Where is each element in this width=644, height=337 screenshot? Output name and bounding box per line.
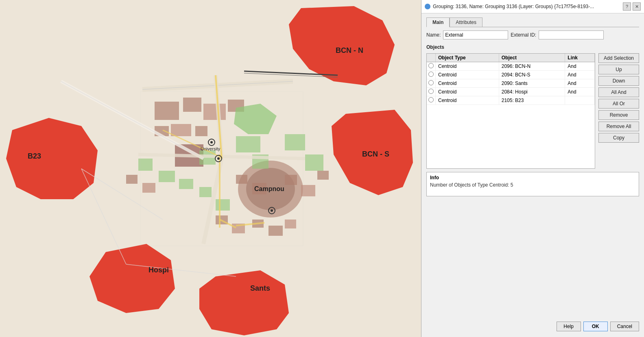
external-id-input[interactable] — [539, 30, 604, 39]
row-radio-cell — [427, 88, 436, 96]
all-and-button[interactable]: All And — [598, 87, 639, 97]
svg-rect-37 — [269, 226, 283, 236]
dialog-titlebar: Grouping: 3136, Name: Grouping 3136 (Lay… — [421, 0, 644, 13]
svg-rect-23 — [216, 199, 230, 211]
col-select — [427, 54, 436, 62]
ok-button[interactable]: OK — [583, 322, 608, 331]
table-row: Centroid2105: B23 — [427, 96, 595, 105]
all-or-button[interactable]: All Or — [598, 99, 639, 109]
row-link: And — [565, 88, 595, 96]
svg-rect-20 — [159, 171, 175, 182]
svg-rect-38 — [285, 220, 296, 228]
col-object: Object — [499, 54, 565, 62]
row-radio-cell — [427, 96, 436, 105]
row-radio[interactable] — [428, 97, 434, 102]
map-label-bcn-n: BCN - N — [336, 46, 363, 54]
row-object: 2090: Sants — [499, 79, 565, 88]
svg-rect-25 — [285, 134, 305, 150]
row-object: 2105: B23 — [499, 96, 565, 105]
svg-point-59 — [271, 209, 273, 212]
remove-all-button[interactable]: Remove All — [598, 122, 639, 131]
row-link — [565, 96, 595, 105]
svg-rect-7 — [183, 98, 201, 112]
svg-rect-22 — [199, 187, 212, 197]
spacer — [426, 200, 639, 315]
row-radio[interactable] — [428, 80, 434, 85]
row-radio-cell — [427, 62, 436, 71]
svg-marker-5 — [199, 270, 289, 335]
col-link: Link — [565, 54, 595, 62]
side-buttons: Add Selection Up Down All And All Or Rem… — [598, 53, 639, 169]
row-object: 2084: Hospi — [499, 88, 565, 96]
name-form-row: Name: External ID: — [426, 30, 639, 39]
row-object: 2096: BCN-N — [499, 62, 565, 71]
row-radio[interactable] — [428, 63, 434, 68]
dialog-controls: ? ✕ — [623, 2, 641, 11]
up-button[interactable]: Up — [598, 65, 639, 74]
svg-rect-8 — [203, 104, 226, 120]
table-row: Centroid2096: BCN-NAnd — [427, 62, 595, 71]
row-object-type: Centroid — [436, 88, 499, 96]
objects-table-container: Object Type Object Link Centroid2096: BC… — [426, 53, 595, 169]
map-area: BCN - N BCN - S B23 University Campnou H… — [0, 0, 421, 337]
row-link: And — [565, 71, 595, 79]
name-input[interactable] — [443, 30, 508, 39]
info-label: Info — [430, 175, 635, 180]
name-label: Name: — [426, 32, 441, 38]
table-row: Centroid2090: SantsAnd — [427, 79, 595, 88]
svg-rect-26 — [305, 154, 323, 171]
map-label-hospi: Hospi — [148, 266, 169, 274]
row-object-type: Centroid — [436, 79, 499, 88]
tab-attributes[interactable]: Attributes — [450, 17, 482, 27]
minimize-button[interactable]: ? — [623, 2, 631, 11]
row-object: 2094: BCN-S — [499, 71, 565, 79]
svg-point-57 — [210, 141, 213, 143]
objects-table: Object Type Object Link Centroid2096: BC… — [427, 54, 595, 105]
info-icon — [425, 4, 430, 9]
svg-rect-33 — [317, 171, 329, 180]
svg-marker-3 — [6, 118, 98, 199]
add-selection-button[interactable]: Add Selection — [598, 53, 639, 63]
svg-rect-21 — [179, 179, 193, 189]
row-radio-cell — [427, 79, 436, 88]
tabs-row: Main Attributes — [426, 17, 639, 27]
map-label-campnou: Campnou — [254, 185, 284, 192]
svg-rect-29 — [236, 175, 247, 184]
cancel-button[interactable]: Cancel — [610, 322, 639, 331]
help-button[interactable]: Help — [557, 322, 581, 331]
row-radio[interactable] — [428, 72, 434, 77]
svg-rect-27 — [126, 175, 138, 184]
tab-main[interactable]: Main — [426, 17, 450, 27]
row-radio[interactable] — [428, 89, 434, 94]
svg-rect-17 — [236, 136, 260, 152]
dialog-body: Main Attributes Name: External ID: Objec… — [421, 13, 644, 337]
map-label-sants: Sants — [250, 284, 270, 292]
close-button[interactable]: ✕ — [633, 2, 641, 11]
dialog-title: Grouping: 3136, Name: Grouping 3136 (Lay… — [433, 4, 620, 9]
svg-rect-12 — [195, 126, 207, 136]
map-label-bcn-s: BCN - S — [362, 150, 389, 158]
remove-button[interactable]: Remove — [598, 110, 639, 120]
svg-rect-6 — [155, 102, 179, 120]
svg-rect-28 — [142, 183, 155, 193]
dialog: Grouping: 3136, Name: Grouping 3136 (Lay… — [421, 0, 644, 337]
info-text: Number of Objects of Type Centroid: 5 — [430, 182, 635, 188]
row-link: And — [565, 79, 595, 88]
svg-point-55 — [217, 157, 220, 160]
row-link: And — [565, 62, 595, 71]
table-row: Centroid2094: BCN-SAnd — [427, 71, 595, 79]
map-label-b23: B23 — [28, 152, 41, 160]
svg-rect-31 — [285, 175, 297, 185]
row-object-type: Centroid — [436, 96, 499, 105]
row-object-type: Centroid — [436, 71, 499, 79]
external-id-label: External ID: — [511, 32, 536, 38]
row-object-type: Centroid — [436, 62, 499, 71]
copy-button[interactable]: Copy — [598, 133, 639, 143]
col-object-type: Object Type — [436, 54, 499, 62]
objects-section-label: Objects — [426, 44, 639, 50]
svg-rect-11 — [171, 124, 191, 136]
down-button[interactable]: Down — [598, 76, 639, 86]
bottom-buttons: Help OK Cancel — [426, 318, 639, 333]
table-row: Centroid2084: HospiAnd — [427, 88, 595, 96]
objects-area: Object Type Object Link Centroid2096: BC… — [426, 53, 639, 169]
